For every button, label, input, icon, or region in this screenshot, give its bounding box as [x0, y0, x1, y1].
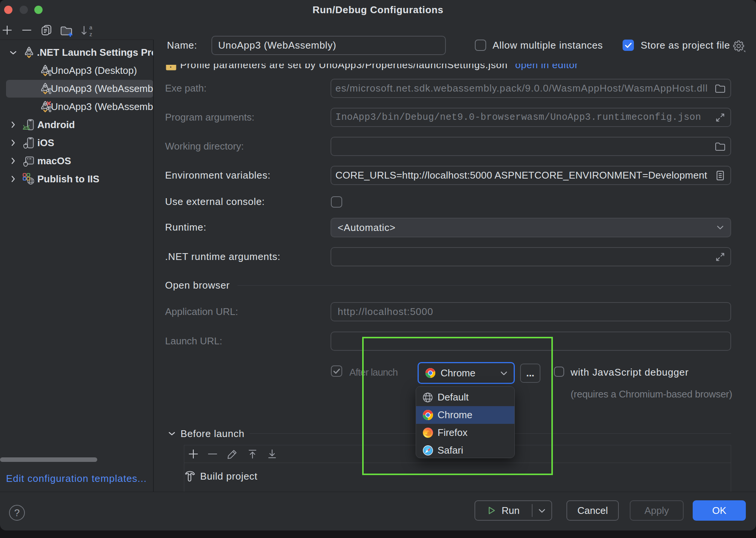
- svg-text:z: z: [90, 31, 92, 37]
- svg-text:a: a: [89, 24, 92, 31]
